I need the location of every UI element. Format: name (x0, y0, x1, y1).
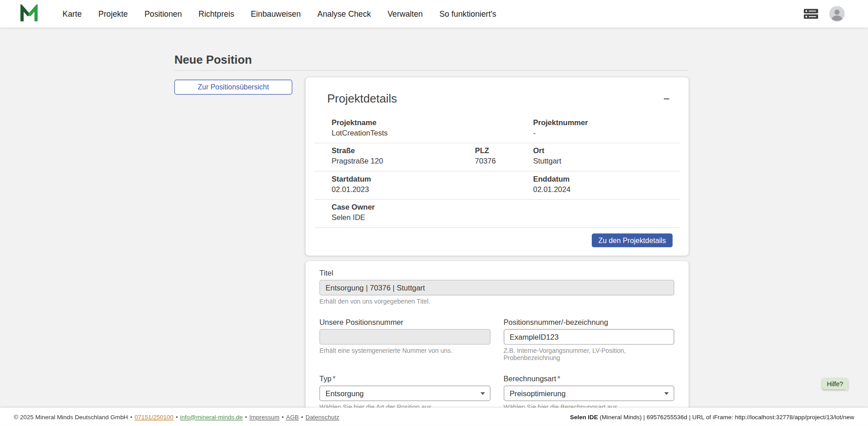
title-divider (175, 70, 689, 71)
plz-label: PLZ (475, 146, 533, 155)
copyright-text: © 2025 Mineral Minds Deutschland GmbH (14, 413, 128, 420)
nav-item-so-funktionierts[interactable]: So funktioniert's (439, 9, 496, 19)
project-details-fields: Projektname LotCreationTests Projektnumm… (315, 115, 680, 228)
unsere-positionsnummer-input (320, 329, 491, 345)
nav-item-projekte[interactable]: Projekte (99, 9, 128, 19)
projektname-label: Projektname (331, 118, 533, 127)
projektnummer-label: Projektnummer (533, 118, 679, 127)
mineral-minds-logo-icon (20, 5, 38, 23)
unsere-positionsnummer-label: Unsere Positionsnummer (320, 318, 491, 327)
app-window: Karte Projekte Positionen Richtpreis Ein… (0, 0, 868, 426)
collapse-button[interactable]: − (661, 93, 672, 104)
email-link[interactable]: info@mineral-minds.de (180, 413, 243, 420)
project-row-1: Projektname LotCreationTests Projektnumm… (315, 115, 680, 143)
case-owner-value: Selen IDE (331, 214, 679, 223)
help-button[interactable]: Hilfe? (822, 379, 848, 389)
berechnungsart-select[interactable]: Preisoptimierung (504, 385, 675, 401)
berechnungsart-label: Berechnungsart (504, 375, 557, 383)
titel-helper: Erhält den von uns vorgegebenen Titel. (320, 298, 675, 305)
project-row-2: Straße Pragstraße 120 PLZ 70376 Ort Stut… (315, 143, 680, 171)
footer-links: © 2025 Mineral Minds Deutschland GmbH • … (14, 413, 340, 420)
top-navbar: Karte Projekte Positionen Richtpreis Ein… (0, 0, 868, 28)
main-nav: Karte Projekte Positionen Richtpreis Ein… (62, 9, 496, 19)
agb-link[interactable]: AGB (286, 413, 299, 420)
session-details: (Mineral Minds) | 69576255536d | URL of … (598, 413, 854, 420)
nav-item-verwalten[interactable]: Verwalten (387, 9, 423, 19)
nav-item-einbauweisen[interactable]: Einbauweisen (251, 9, 301, 19)
nav-item-positionen[interactable]: Positionen (144, 9, 182, 19)
separator-dot: • (245, 413, 247, 420)
ort-label: Ort (533, 146, 679, 155)
project-details-title: Projektdetails (327, 92, 397, 105)
typ-select[interactable]: Entsorgung (320, 385, 491, 401)
phone-link[interactable]: 07151/250100 (135, 413, 174, 420)
server-icon[interactable] (804, 9, 818, 19)
dropdown-caret-icon (480, 392, 485, 395)
startdatum-value: 02.01.2023 (331, 185, 533, 194)
datenschutz-link[interactable]: Datenschutz (306, 413, 340, 420)
projektnummer-value: - (533, 129, 679, 138)
berechnungsart-label-row: Berechnungsart* (504, 375, 675, 384)
left-column: Zur Positionsübersicht (175, 77, 292, 94)
enddatum-label: Enddatum (533, 175, 679, 184)
person-icon (829, 6, 844, 21)
user-avatar[interactable] (829, 6, 844, 21)
berechnungsart-helper: Wählen Sie hier die Berechnungsart aus. (504, 404, 675, 408)
position-form-card: Titel Erhält den von uns vorgegebenen Ti… (306, 261, 689, 407)
strasse-value: Pragstraße 120 (331, 157, 475, 166)
right-column: Projektdetails − Projektname LotCreation… (306, 77, 689, 407)
project-row-4: Case Owner Selen IDE (315, 200, 680, 228)
titel-input (320, 280, 675, 295)
nav-item-analyse-check[interactable]: Analyse Check (317, 9, 371, 19)
typ-helper: Wählen Sie hier die Art der Position aus… (320, 404, 491, 408)
typ-label-row: Typ* (320, 375, 491, 384)
titel-label: Titel (320, 269, 675, 278)
typ-label: Typ (320, 375, 332, 383)
dropdown-caret-icon (664, 392, 669, 395)
positionsnummer-helper: Z.B. Interne-Vorgangsnummer, LV-Position… (504, 347, 675, 362)
nav-item-karte[interactable]: Karte (62, 9, 81, 19)
enddatum-value: 02.01.2024 (533, 185, 679, 194)
separator-dot: • (176, 413, 178, 420)
main-content: Neue Position Zur Positionsübersicht Pro… (0, 28, 868, 407)
projektname-value: LotCreationTests (331, 129, 533, 138)
brand-logo[interactable] (20, 5, 38, 23)
plz-value: 70376 (475, 157, 533, 166)
session-user: Selen IDE (570, 413, 598, 420)
case-owner-label: Case Owner (331, 203, 679, 212)
impressum-link[interactable]: Impressum (250, 413, 280, 420)
nav-item-richtpreis[interactable]: Richtpreis (198, 9, 234, 19)
positionsnummer-input[interactable] (504, 329, 675, 345)
positionsnummer-label: Positionsnummer/-bezeichnung (504, 318, 675, 327)
typ-select-value: Entsorgung (326, 389, 364, 397)
page-title: Neue Position (175, 28, 689, 67)
project-details-link-button[interactable]: Zu den Projektdetails (592, 234, 673, 248)
separator-dot: • (130, 413, 132, 420)
ort-value: Stuttgart (533, 157, 679, 166)
project-details-card: Projektdetails − Projektname LotCreation… (306, 77, 689, 255)
separator-dot: • (282, 413, 284, 420)
navbar-actions (804, 6, 845, 21)
berechnungsart-required-marker: * (557, 375, 560, 383)
startdatum-label: Startdatum (331, 175, 533, 184)
unsere-positionsnummer-helper: Erhält eine systemgenerierte Nummer von … (320, 347, 491, 355)
positions-overview-button[interactable]: Zur Positionsübersicht (175, 80, 292, 94)
berechnungsart-select-value: Preisoptimierung (509, 389, 566, 397)
session-info: Selen IDE (Mineral Minds) | 69576255536d… (570, 413, 854, 420)
footer: © 2025 Mineral Minds Deutschland GmbH • … (0, 407, 868, 426)
typ-required-marker: * (333, 375, 335, 383)
separator-dot: • (301, 413, 303, 420)
project-row-3: Startdatum 02.01.2023 Enddatum 02.01.202… (315, 172, 680, 200)
strasse-label: Straße (331, 146, 475, 155)
